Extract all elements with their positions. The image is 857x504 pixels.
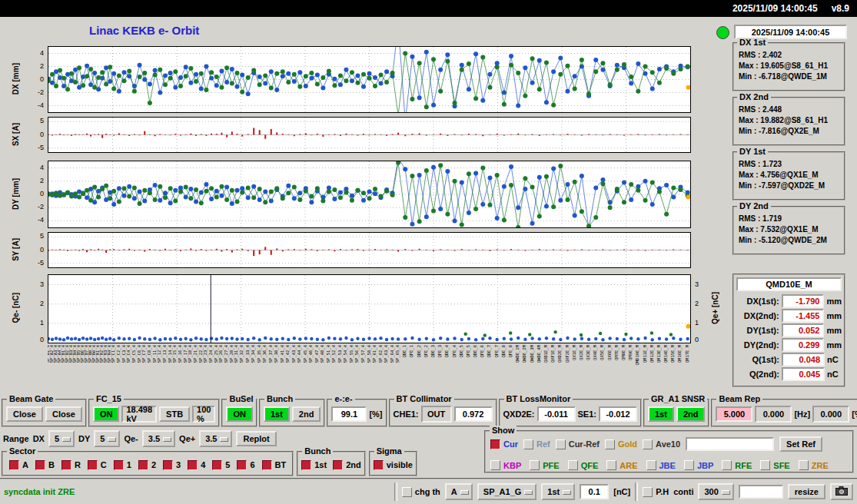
ee-ratio-unit: [%]	[369, 410, 382, 419]
svg-text:SP_48_4: SP_48_4	[320, 344, 325, 363]
svg-text:SP_51_4: SP_51_4	[326, 344, 331, 363]
clock-label: 2025/11/09 14:00:45	[732, 3, 818, 14]
svg-text:QM17E_M: QM17E_M	[685, 344, 689, 363]
page-title: Linac KEKB e- Orbit	[89, 24, 199, 37]
sector-3-checkbox[interactable]: 3	[163, 460, 181, 470]
blank-input[interactable]	[739, 485, 783, 499]
sector-4-checkbox[interactable]: 4	[188, 460, 205, 470]
range-qeminus-dropdown[interactable]: 3.5	[142, 430, 175, 447]
sector-b-checkbox[interactable]: B	[35, 460, 55, 470]
show-pfe-checkbox[interactable]: PFE	[530, 460, 559, 470]
svg-text:QX3E_M: QX3E_M	[586, 344, 591, 360]
snsr-2nd-button[interactable]: 2nd	[676, 406, 706, 422]
device-dropdown[interactable]: SP_A1_G	[477, 483, 537, 500]
beam-rep-readback-display: 0.000	[755, 406, 792, 423]
sector-a-checkbox[interactable]: A	[9, 460, 28, 470]
bunch-1st-checkbox[interactable]: 1st	[301, 460, 327, 470]
show-group: Show Cur Ref Cur-Ref Gold Ave10 Set Ref …	[484, 430, 854, 473]
screenshot-button[interactable]	[830, 483, 853, 500]
monitor-title: QMD10E_M	[736, 277, 842, 291]
fc15-on-button[interactable]: ON	[93, 406, 120, 422]
show-ref-checkbox[interactable]: Ref	[523, 439, 550, 449]
checkbox-indicator	[722, 460, 732, 470]
beam-rep-set-display: 5.000	[716, 406, 752, 422]
snsr-1st-button[interactable]: 1st	[648, 406, 674, 422]
show-jbe-checkbox[interactable]: JBE	[646, 460, 676, 470]
bunch-1st-button[interactable]: 1st	[264, 406, 290, 422]
ref-name-input[interactable]	[686, 437, 774, 451]
show-gold-checkbox[interactable]: Gold	[605, 439, 637, 449]
stat-rms: RMS : 2.402	[739, 50, 844, 61]
bunch-dropdown[interactable]: 1st	[541, 483, 575, 500]
checkbox-indicator	[114, 460, 124, 470]
svg-text:QWDE_4M: QWDE_4M	[536, 344, 542, 363]
range-qeplus-dropdown[interactable]: 3.5	[199, 430, 232, 447]
count-dropdown[interactable]: 300	[698, 483, 733, 500]
svg-text:QWDE_2M: QWDE_2M	[522, 344, 527, 363]
bunch-select-group: Bunch 1st 2nd	[297, 451, 365, 476]
range-dx-dropdown[interactable]: 5	[48, 430, 75, 447]
range-dy-dropdown[interactable]: 5	[94, 430, 120, 447]
camera-icon	[835, 486, 848, 497]
range-label: Range	[3, 434, 29, 443]
svg-text:QDE_3: QDE_3	[430, 345, 436, 358]
show-cur-checkbox[interactable]: Cur	[490, 439, 518, 449]
busel-group: BuSel ON	[221, 399, 257, 427]
sector-r-checkbox[interactable]: R	[61, 460, 81, 470]
show-ave10-checkbox[interactable]: Ave10	[643, 439, 680, 449]
sector-group: Sector A B R C 1 2 3 4 5 6 BT	[2, 451, 294, 476]
dropdown-handle-icon	[220, 437, 228, 442]
beam-gate-group: Beam Gate Close Close	[2, 399, 87, 427]
set-ref-button[interactable]: Set Ref	[779, 436, 822, 452]
ph-checkbox[interactable]: P.H	[643, 487, 669, 497]
fc15-percent-display: 100 %	[192, 406, 215, 423]
sector-2-checkbox[interactable]: 2	[138, 460, 156, 470]
sx-axis-label: SX [A]	[9, 117, 22, 151]
che1-state-display: OUT	[421, 406, 452, 423]
bunch-2nd-checkbox[interactable]: 2nd	[333, 460, 361, 470]
sector-1-checkbox[interactable]: 1	[114, 460, 131, 470]
bunch-2nd-button[interactable]: 2nd	[292, 406, 321, 422]
separator	[394, 482, 397, 501]
mode-dropdown[interactable]: A	[445, 483, 473, 500]
show-zre-checkbox[interactable]: ZRE	[799, 460, 829, 470]
sx-steering-plot: 50-5	[48, 117, 691, 153]
chg-th-checkbox[interactable]: chg th	[402, 487, 440, 497]
checkbox-indicator	[490, 460, 500, 470]
checkbox-indicator	[61, 460, 71, 470]
checkbox-indicator	[556, 439, 566, 449]
replot-button[interactable]: Replot	[236, 431, 276, 446]
show-jbp-checkbox[interactable]: JBP	[684, 460, 713, 470]
resize-button[interactable]: resize	[788, 484, 825, 499]
svg-text:SP_54_4: SP_54_4	[343, 344, 348, 363]
show-qfe-checkbox[interactable]: QFE	[568, 460, 599, 470]
show-kbp-checkbox[interactable]: KBP	[490, 460, 521, 470]
beam-rep-percent-unit: [%]	[852, 410, 857, 419]
dy-orbit-plot: 420-2-4	[48, 161, 691, 228]
svg-text:QX5E_M: QX5E_M	[600, 344, 605, 360]
svg-text:SP_37_4: SP_37_4	[268, 344, 274, 363]
show-cur-ref-checkbox[interactable]: Cur-Ref	[556, 439, 600, 449]
dx-orbit-plot: 420-2-4	[48, 46, 691, 113]
beam-gate-close-b-button[interactable]: Close	[45, 406, 82, 422]
svg-text:QM13E_M: QM13E_M	[656, 344, 662, 363]
sector-5-checkbox[interactable]: 5	[212, 460, 230, 470]
busel-on-button[interactable]: ON	[226, 406, 253, 422]
qxd2e-label: QXD2E:	[503, 410, 535, 419]
sigma-group: Sigma visible	[369, 451, 417, 476]
show-sfe-checkbox[interactable]: SFE	[760, 460, 789, 470]
svg-text:QM16E_M: QM16E_M	[677, 344, 683, 363]
show-rfe-checkbox[interactable]: RFE	[722, 460, 752, 470]
sigma-visible-checkbox[interactable]: visible	[374, 460, 413, 470]
fc15-stb-button[interactable]: STB	[159, 406, 190, 422]
svg-text:QXF2E_M: QXF2E_M	[565, 344, 570, 363]
sector-c-checkbox[interactable]: C	[88, 460, 107, 470]
sector-6-checkbox[interactable]: 6	[237, 460, 254, 470]
beam-gate-close-a-button[interactable]: Close	[6, 406, 43, 422]
range-dx-label: DX	[33, 434, 45, 443]
show-are-checkbox[interactable]: ARE	[606, 460, 637, 470]
qmd10e-monitor-panel: QMD10E_M DX(1st): -1.790 mm DX(2nd): -1.…	[732, 274, 845, 387]
monitor-value: 0.048	[782, 353, 825, 366]
checkbox-indicator	[490, 439, 500, 449]
sector-bt-checkbox[interactable]: BT	[262, 460, 287, 470]
